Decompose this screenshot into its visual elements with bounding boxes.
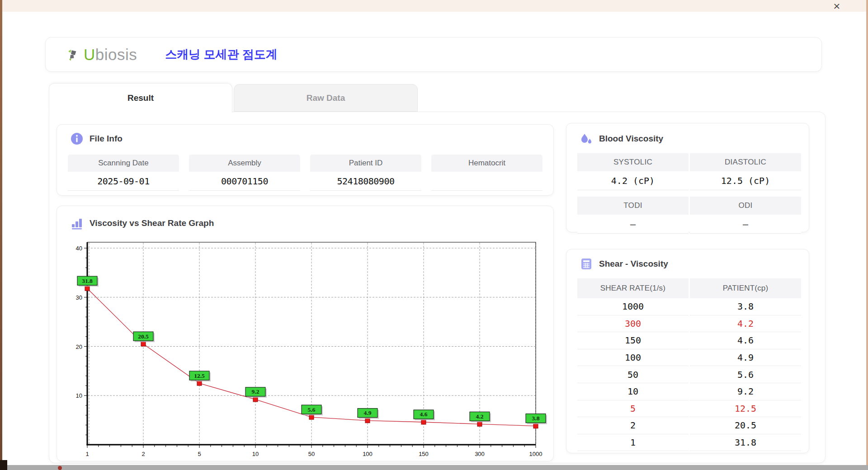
bv-value: 4.2 (cP)	[577, 171, 689, 190]
file-info-title: File Info	[71, 132, 123, 145]
file-info-field: Assembly000701150	[189, 155, 300, 191]
shear-viscosity-title: Shear - Viscosity	[580, 258, 668, 270]
data-label-text: 3.8	[532, 415, 540, 422]
data-marker	[309, 415, 314, 419]
data-marker	[253, 397, 258, 402]
x-tick-label: 150	[419, 451, 429, 457]
shear-rate-cell: 1000	[577, 298, 689, 315]
field-value: 2025-09-01	[68, 172, 179, 191]
info-icon	[71, 132, 83, 145]
data-marker	[477, 422, 482, 426]
patient-value-cell: 20.5	[690, 417, 801, 434]
brand-rest: biosis	[95, 46, 137, 63]
patient-value-cell: 31.8	[690, 434, 801, 451]
bv-row-systolic-diastolic: SYSTOLICDIASTOLIC4.2 (cP)12.5 (cP)	[577, 153, 801, 190]
shear-viscosity-table: SHEAR RATE(1/s) PATIENT(cp) 10003.83004.…	[577, 278, 801, 451]
shear-rate-cell: 100	[577, 349, 689, 367]
header-card: Ubiosis 스캐닝 모세관 점도계	[45, 37, 822, 72]
data-marker	[141, 342, 146, 346]
patient-value-cell: 4.9	[690, 349, 801, 367]
field-value: 000701150	[189, 172, 300, 191]
file-info-field: Scanning Date2025-09-01	[68, 155, 179, 191]
data-label-text: 12.5	[194, 372, 205, 379]
patient-value-cell: 12.5	[690, 400, 801, 418]
shear-rate-cell: 2	[577, 417, 689, 434]
bv-label: SYSTOLIC	[577, 153, 689, 171]
field-value	[431, 172, 542, 191]
file-info-card: File Info Scanning Date2025-09-01Assembl…	[57, 124, 554, 196]
x-tick-label: 300	[475, 451, 485, 457]
x-tick-label: 50	[308, 451, 315, 457]
shear-rate-cell: 1	[577, 434, 689, 451]
data-label-text: 5.6	[308, 406, 316, 413]
shear-rate-cell: 150	[577, 332, 689, 349]
data-marker	[85, 286, 90, 291]
blood-viscosity-card: Blood Viscosity SYSTOLICDIASTOLIC4.2 (cP…	[566, 123, 809, 232]
title-bar	[0, 0, 868, 12]
field-label: Assembly	[189, 155, 300, 172]
graph-title: Viscosity vs Shear Rate Graph	[71, 217, 214, 230]
graph-card: Viscosity vs Shear Rate Graph 1020304012…	[57, 206, 554, 461]
shear-rate-cell: 5	[577, 400, 689, 418]
data-marker	[421, 420, 426, 424]
shear-rate-cell: 300	[577, 315, 689, 333]
file-info-title-text: File Info	[90, 134, 123, 144]
y-tick-label: 40	[76, 245, 82, 252]
y-tick-label: 30	[76, 294, 82, 301]
bv-label: TODI	[577, 197, 689, 215]
patient-value-cell: 4.6	[690, 332, 801, 349]
shear-col-header: SHEAR RATE(1/s)	[577, 278, 689, 298]
close-icon[interactable]: ×	[830, 0, 844, 12]
patient-col-header: PATIENT(cp)	[690, 278, 801, 298]
data-label-text: 20.5	[138, 333, 149, 340]
window-corner	[0, 460, 7, 470]
tab-result[interactable]: Result	[49, 83, 232, 113]
file-info-field: Patient ID52418080900	[310, 155, 421, 191]
window-border-left	[0, 0, 2, 470]
x-tick-label: 100	[363, 451, 373, 457]
taskbar-dot	[58, 466, 62, 470]
taskbar-strip	[0, 465, 868, 470]
app-window: × Ubiosis 스캐닝 모세관 점도계 Raw Data Result Fi…	[0, 0, 868, 470]
file-info-fields: Scanning Date2025-09-01Assembly000701150…	[68, 155, 542, 191]
data-label-text: 4.2	[476, 413, 484, 420]
data-marker	[533, 424, 538, 428]
field-label: Hematocrit	[431, 155, 542, 172]
patient-value-cell: 5.6	[690, 366, 801, 383]
patient-value-cell: 9.2	[690, 383, 801, 400]
patient-value-cell: 4.2	[690, 315, 801, 333]
shear-rate-cell: 10	[577, 383, 689, 400]
x-tick-label: 10	[252, 451, 259, 457]
brand-name: Ubiosis	[84, 46, 137, 64]
graph-title-text: Viscosity vs Shear Rate Graph	[90, 218, 214, 228]
shear-rate-cell: 50	[577, 366, 689, 383]
blood-drop-icon	[580, 132, 593, 145]
bv-value: –	[690, 215, 801, 234]
ubiosis-leaf-icon	[67, 48, 80, 61]
bv-label: ODI	[690, 197, 801, 215]
file-info-field: Hematocrit	[431, 155, 542, 191]
data-label-text: 4.9	[364, 409, 372, 416]
viscosity-chart: 102030401251050100150300100031.820.512.5…	[59, 238, 552, 460]
y-tick-label: 20	[76, 343, 82, 350]
field-label: Scanning Date	[68, 155, 179, 172]
bv-label: DIASTOLIC	[690, 153, 801, 171]
shear-viscosity-card: Shear - Viscosity SHEAR RATE(1/s) PATIEN…	[566, 249, 809, 453]
field-label: Patient ID	[310, 155, 421, 172]
bv-value: 12.5 (cP)	[690, 171, 801, 190]
x-tick-label: 2	[142, 451, 145, 457]
x-tick-label: 1	[85, 451, 89, 457]
data-marker	[365, 418, 370, 423]
data-label-text: 31.8	[82, 277, 93, 284]
blood-viscosity-title: Blood Viscosity	[580, 132, 663, 145]
blood-viscosity-title-text: Blood Viscosity	[599, 134, 663, 144]
tab-raw-data[interactable]: Raw Data	[234, 84, 418, 112]
data-label-text: 9.2	[252, 388, 259, 395]
x-tick-label: 1000	[529, 451, 542, 457]
shear-viscosity-title-text: Shear - Viscosity	[599, 259, 668, 269]
bv-row-todi-odi: TODIODI––	[577, 197, 801, 234]
brand-u: U	[84, 46, 95, 63]
table-grid-icon	[580, 258, 593, 270]
brand-logo: Ubiosis	[67, 46, 137, 64]
data-marker	[197, 381, 202, 385]
